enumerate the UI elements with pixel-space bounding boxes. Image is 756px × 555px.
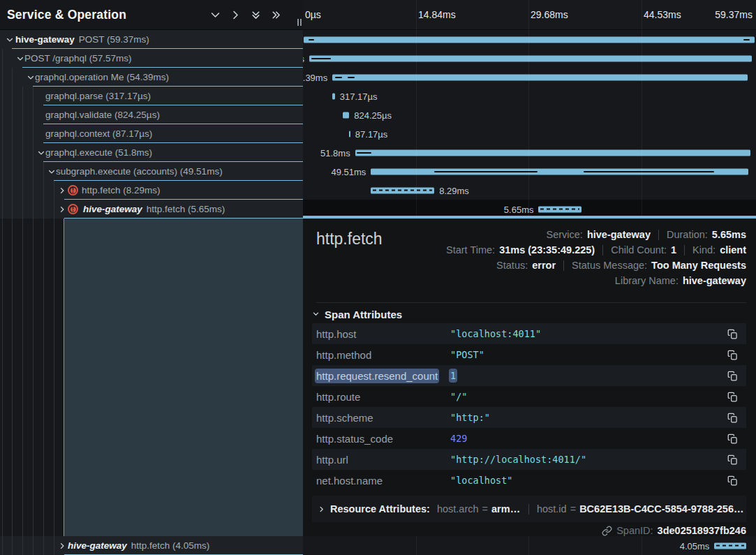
error-icon: ! [68, 204, 78, 214]
duration-label: 8.29ms [439, 185, 469, 195]
tree-row[interactable]: graphql.operation Me (54.39ms) [0, 68, 303, 87]
meta-label: Child Count: [611, 244, 667, 256]
duration-label: 317.17µs [340, 91, 378, 101]
timeline-row[interactable]: 4.05ms [303, 536, 756, 555]
meta-line: Status:errorStatus Message:Too Many Requ… [446, 258, 746, 273]
copy-icon[interactable] [727, 349, 738, 360]
resource-value: BC62E13B-C4CC-5854-9788-2568… [579, 503, 746, 515]
timeline-row[interactable]: 59.37ms [303, 30, 756, 49]
attribute-row: http.scheme"http:" [312, 407, 746, 428]
span-id-row: SpanID: 3de02518937fb246 [602, 524, 746, 538]
span-label: graphql.context (87.17µs) [45, 128, 152, 139]
meta-value: 1 [671, 244, 676, 256]
copy-icon[interactable] [727, 454, 738, 465]
chevron-down-icon[interactable] [26, 73, 35, 82]
tree-row[interactable]: subgraph.execute (accounts) (49.51ms) [0, 162, 303, 181]
meta-value: 5.65ms [712, 229, 746, 240]
chevron-right-icon[interactable] [57, 186, 66, 195]
chevron-down-icon[interactable] [15, 54, 24, 63]
child-span-marker [434, 171, 538, 172]
meta-value: error [532, 260, 556, 271]
tree-row[interactable]: graphql.execute (51.8ms) [0, 143, 303, 162]
child-span-marker [357, 152, 371, 154]
copy-icon[interactable] [727, 370, 738, 381]
timeline-row[interactable]: 87.17µs [303, 124, 756, 143]
tree-row[interactable]: graphql.parse (317.17µs) [0, 87, 303, 105]
attribute-value: "POST" [450, 349, 484, 360]
meta-label: Service: [547, 229, 583, 240]
trace-viewer: 0µs14.84ms29.68ms44.53ms59.37ms 59.37ms5… [0, 0, 756, 555]
duration-label: 51.8ms [320, 147, 350, 158]
span-duration-bar[interactable] [332, 93, 335, 99]
tree-row[interactable]: POST /graphql (57.57ms) [0, 49, 303, 68]
chevron-right-icon[interactable] [57, 205, 66, 214]
timeline-row[interactable]: 49.51ms [303, 162, 756, 181]
resource-attributes-row[interactable]: Resource Attributes: host.arch=arm64host… [312, 496, 746, 522]
duration-label: 87.17µs [355, 128, 388, 139]
expand-one-icon[interactable] [229, 8, 242, 21]
span-attributes-title: Span Attributes [325, 309, 402, 320]
service-name: hive-gateway [68, 540, 127, 551]
expand-all-down-icon[interactable] [249, 8, 262, 21]
span-duration-bar[interactable] [538, 206, 581, 212]
chevron-down-icon[interactable] [5, 36, 14, 44]
copy-icon[interactable] [727, 328, 738, 339]
attribute-value: "http://localhost:4011/" [450, 454, 586, 465]
selected-span-area[interactable] [64, 219, 303, 536]
tree-row[interactable]: hive-gatewayhttp.fetch (4.05ms) [0, 536, 303, 555]
collapse-all-icon[interactable] [209, 8, 221, 21]
resource-attributes-title: Resource Attributes: [330, 503, 430, 515]
span-duration-bar[interactable] [714, 542, 746, 549]
span-duration-bar[interactable] [304, 36, 755, 43]
timeline-row[interactable]: 54.39ms [303, 68, 756, 87]
attribute-key: http.scheme [316, 412, 450, 424]
span-duration-bar[interactable] [355, 149, 750, 156]
tree-row[interactable]: !http.fetch (8.29ms) [0, 181, 303, 200]
attribute-key: net.host.name [316, 475, 450, 487]
chevron-spacer [36, 111, 45, 119]
copy-icon[interactable] [727, 412, 738, 423]
timeline-row[interactable]: 824.25µs [303, 105, 756, 124]
span-duration-bar[interactable] [371, 187, 434, 193]
timeline-row[interactable]: 317.17µs [303, 87, 756, 105]
copy-icon[interactable] [727, 433, 738, 444]
span-attributes-header[interactable]: Span Attributes [312, 308, 402, 320]
chevron-spacer [36, 92, 45, 101]
span-label: graphql.execute (51.8ms) [45, 147, 152, 158]
attribute-row: net.host.name"localhost" [312, 470, 746, 491]
chevron-down-icon[interactable] [47, 168, 56, 176]
span-duration-bar[interactable] [343, 112, 349, 118]
tree-row[interactable]: graphql.validate (824.25µs) [0, 105, 303, 124]
timeline-row[interactable]: 51.8ms [303, 143, 756, 162]
chevron-right-icon[interactable] [57, 542, 66, 550]
link-icon[interactable] [602, 526, 612, 536]
panel-splitter-handle[interactable] [297, 19, 302, 26]
resource-value: arm64 [491, 503, 521, 515]
child-span-marker [348, 77, 355, 78]
timeline-row[interactable]: 57.57ms [303, 49, 756, 68]
span-duration-bar[interactable] [309, 55, 752, 61]
span-duration-bar[interactable] [349, 131, 350, 137]
expand-all-right-icon[interactable] [269, 8, 282, 21]
detail-separator [316, 302, 746, 303]
timeline-rows: 59.37ms57.57ms54.39ms317.17µs824.25µs87.… [303, 30, 756, 219]
tree-row[interactable]: !hive-gatewayhttp.fetch (5.65ms) [0, 200, 303, 219]
chevron-down-icon[interactable] [36, 149, 45, 157]
copy-icon[interactable] [727, 391, 738, 402]
tree-row[interactable]: hive-gatewayPOST (59.37ms) [0, 30, 303, 49]
span-duration-bar[interactable] [332, 74, 747, 80]
span-label: http.fetch (8.29ms) [82, 185, 161, 195]
span-id-value: 3de02518937fb246 [658, 525, 746, 536]
span-label: graphql.validate (824.25µs) [45, 110, 160, 120]
service-name: hive-gateway [83, 204, 142, 214]
ruler-tick: 29.68ms [531, 9, 568, 20]
service-name: hive-gateway [15, 34, 75, 45]
child-span-marker [335, 77, 342, 78]
copy-icon[interactable] [727, 475, 738, 486]
meta-value: Too Many Requests [651, 260, 746, 271]
span-label: POST (59.37ms) [79, 34, 149, 45]
meta-line: Service:hive-gatewayDuration:5.65ms [446, 227, 746, 242]
timeline-row[interactable]: 8.29ms [303, 181, 756, 200]
child-span-dashes [540, 209, 579, 210]
tree-row[interactable]: graphql.context (87.17µs) [0, 124, 303, 143]
